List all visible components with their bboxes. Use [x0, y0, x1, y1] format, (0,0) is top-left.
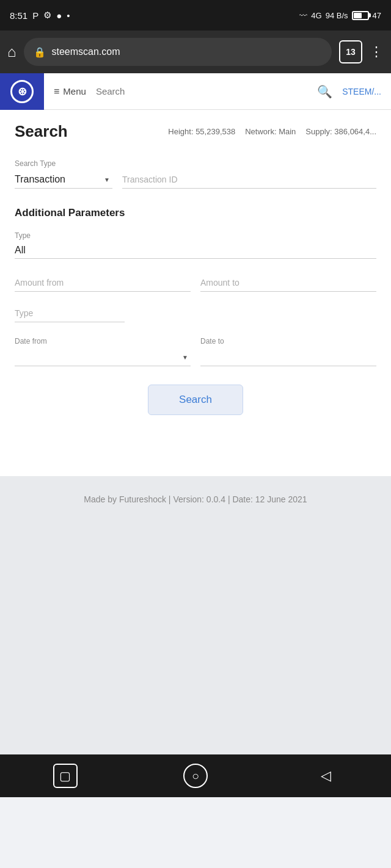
amount-from-group [15, 273, 191, 292]
date-from-chevron-icon: ▼ [182, 354, 188, 361]
battery-level: 47 [373, 11, 381, 20]
time: 8:51 [10, 10, 27, 21]
amount-row [15, 273, 376, 292]
date-to-input[interactable] [200, 348, 376, 366]
additional-parameters-section: Additional Parameters Type All Date from [15, 207, 376, 366]
page-content: Search Height: 55,239,538 Network: Main … [0, 110, 391, 476]
network-info: Network: Main [245, 127, 296, 136]
search-type-group: Search Type Transaction Block Account ▼ [15, 159, 112, 189]
type-field-input[interactable] [15, 304, 125, 322]
p-icon: P [32, 10, 38, 21]
transaction-id-input[interactable] [122, 170, 376, 189]
page-header: Search Height: 55,239,538 Network: Main … [15, 122, 376, 141]
menu-label: Menu [63, 86, 86, 96]
page-title: Search [15, 122, 68, 141]
supply-info: Supply: 386,064,4... [305, 127, 376, 136]
search-button-row: Search [15, 385, 376, 415]
type-group: Type All [15, 231, 376, 259]
type-label: Type [15, 231, 376, 240]
triangle-icon: ◁ [321, 768, 331, 784]
status-right: 〰 4G 94 B/s 47 [299, 11, 381, 20]
square-icon: ▢ [59, 769, 71, 783]
type-row: Type All [15, 231, 376, 259]
date-row: Date from ▼ Date to [15, 337, 376, 366]
empty-space [0, 523, 391, 754]
footer: Made by Futureshock | Version: 0.0.4 | D… [0, 476, 391, 523]
type-value[interactable]: All [15, 242, 376, 259]
menu-button[interactable]: ≡ Menu [54, 86, 86, 97]
type-field-row [15, 304, 376, 322]
browser-bar: ⌂ 🔒 steemscan.com 13 ⋮ [0, 31, 391, 73]
date-from-wrapper: ▼ [15, 348, 191, 366]
steem-price: STEEM/... [342, 87, 381, 96]
network-icon: 4G [311, 11, 321, 20]
amount-from-input[interactable] [15, 273, 191, 292]
app-logo[interactable]: ⊛ [0, 73, 44, 110]
section-title: Additional Parameters [15, 207, 376, 219]
header-search-input[interactable] [96, 86, 307, 96]
browser-menu-icon[interactable]: ⋮ [370, 44, 384, 60]
date-from-group: Date from ▼ [15, 337, 191, 366]
height-info: Height: 55,239,538 [168, 127, 235, 136]
circle-icon: ○ [192, 769, 199, 783]
bottom-nav: ▢ ○ ◁ [0, 754, 391, 797]
date-from-label: Date from [15, 337, 191, 345]
date-from-input[interactable] [15, 348, 191, 366]
amount-to-group [200, 273, 376, 292]
search-type-label: Search Type [15, 159, 112, 168]
speed-icon: 94 B/s [326, 11, 348, 20]
logo-circle: ⊛ [10, 80, 34, 103]
amount-to-input[interactable] [200, 273, 376, 292]
battery-icon [352, 11, 369, 20]
search-type-row: Search Type Transaction Block Account ▼ [15, 159, 376, 189]
lock-icon: 🔒 [34, 46, 46, 58]
browser-tabs[interactable]: 13 [339, 40, 362, 63]
footer-text: Made by Futureshock | Version: 0.0.4 | D… [84, 494, 307, 504]
back-button[interactable]: ▢ [53, 764, 78, 788]
home-icon[interactable]: ⌂ [7, 43, 16, 60]
url-bar[interactable]: 🔒 steemscan.com [24, 38, 332, 66]
page-meta: Height: 55,239,538 Network: Main Supply:… [168, 127, 376, 136]
status-bar: 8:51 P ⚙ ● • 〰 4G 94 B/s 47 [0, 0, 391, 31]
transaction-id-group [122, 170, 376, 189]
signal-icon: 〰 [299, 11, 307, 20]
home-button[interactable]: ○ [183, 764, 208, 788]
search-button[interactable]: Search [148, 385, 243, 415]
hamburger-icon: ≡ [54, 86, 59, 97]
search-type-select-wrapper: Transaction Block Account ▼ [15, 170, 112, 189]
search-type-select[interactable]: Transaction Block Account [15, 170, 112, 189]
url-text: steemscan.com [52, 46, 120, 57]
dot-icon: • [67, 10, 70, 21]
date-to-label: Date to [200, 337, 376, 345]
status-left: 8:51 P ⚙ ● • [10, 10, 70, 21]
back-triangle-button[interactable]: ◁ [313, 764, 338, 788]
search-icon[interactable]: 🔍 [317, 84, 332, 99]
app-header: ⊛ ≡ Menu 🔍 STEEM/... [0, 73, 391, 110]
gear-icon: ⚙ [43, 10, 51, 21]
date-to-group: Date to [200, 337, 376, 366]
whatsapp-icon: ● [56, 10, 62, 21]
header-nav: ≡ Menu 🔍 STEEM/... [44, 73, 391, 109]
